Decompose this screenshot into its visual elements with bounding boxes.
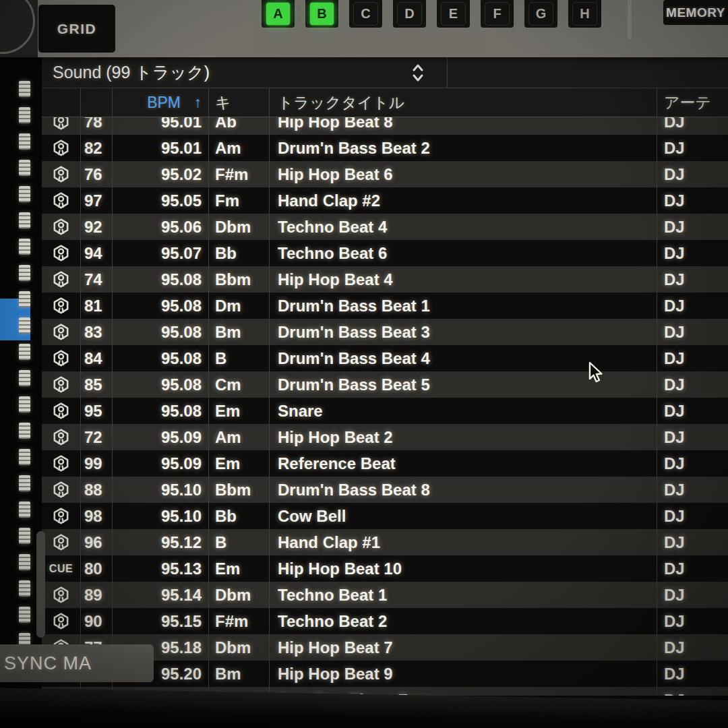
bank-letter: G (528, 2, 553, 26)
hot-cue-bank-button-h[interactable]: H (568, 0, 601, 28)
key-cell: Fm (209, 187, 270, 214)
deck-strip-marker (19, 528, 30, 544)
hot-cue-bank-button-e[interactable]: E (437, 0, 470, 28)
table-row[interactable]: 7495.08BbmHip Hop Beat 4DJ (42, 266, 728, 293)
hot-cue-bank-button-d[interactable]: D (393, 0, 426, 28)
table-row[interactable]: 9495.07BbTechno Beat 6DJ (42, 240, 728, 266)
table-row[interactable]: 9595.08EmSnareDJ (42, 398, 728, 424)
track-icon-cell (42, 503, 81, 529)
track-number-cell: 92 (81, 214, 113, 240)
bank-letter: H (572, 2, 597, 26)
key-cell: Bb (209, 240, 270, 266)
artist-cell: DJ (657, 240, 728, 266)
key-cell: Em (209, 450, 270, 477)
track-icon-cell (42, 319, 81, 345)
table-row[interactable]: 9095.15F#mTechno Beat 2DJ (42, 608, 728, 634)
rekordbox-track-icon (52, 218, 70, 236)
track-number-cell: 72 (81, 424, 113, 450)
track-icon-cell (42, 214, 81, 240)
rekordbox-track-icon (52, 375, 70, 394)
column-header-artist[interactable]: アーテ (657, 88, 728, 117)
table-row[interactable]: 8495.08BDrum'n Bass Beat 4DJ (42, 345, 728, 371)
artist-cell: DJ (657, 398, 728, 424)
title-cell: Hand Clap #1 (270, 529, 657, 555)
track-number-cell: 90 (81, 608, 113, 634)
track-icon-cell (42, 187, 81, 214)
title-cell: Techno Beat 6 (270, 240, 657, 266)
rekordbox-track-icon (52, 139, 70, 157)
table-row[interactable]: 9995.09EmReference BeatDJ (42, 450, 728, 477)
table-row[interactable]: CUE8095.13EmHip Hop Beat 10DJ (42, 555, 728, 582)
title-cell: Techno Beat 2 (270, 608, 657, 634)
memory-button[interactable]: MEMORY (663, 0, 728, 25)
title-cell: Hip Hop Beat 8 (270, 117, 657, 135)
cue-label: CUE (49, 563, 73, 575)
rekordbox-track-icon (52, 270, 70, 289)
title-cell: Drum'n Bass Beat 2 (270, 135, 657, 161)
track-icon-cell (42, 450, 81, 477)
hot-cue-bank-button-f[interactable]: F (481, 0, 514, 28)
column-header-key[interactable]: キ (209, 88, 270, 117)
rekordbox-track-icon (52, 117, 70, 131)
table-row[interactable]: 9895.10BbCow BellDJ (42, 503, 728, 529)
artist-cell: DJ (657, 634, 728, 661)
key-cell: Bbm (209, 477, 270, 503)
table-row[interactable]: 8395.08BmDrum'n Bass Beat 3DJ (42, 319, 728, 345)
column-header-number[interactable] (81, 88, 113, 117)
table-row[interactable]: 8295.01AmDrum'n Bass Beat 2DJ (42, 135, 728, 161)
track-icon-cell (42, 398, 81, 424)
rekordbox-track-icon (52, 454, 70, 473)
bpm-cell: 95.06 (113, 214, 209, 240)
hot-cue-bank-button-g[interactable]: G (524, 0, 557, 28)
rekordbox-track-icon (52, 349, 70, 367)
artist-cell: DJ (657, 477, 728, 503)
bank-letter: C (353, 2, 378, 26)
rekordbox-track-icon (52, 586, 70, 604)
deck-strip-marker (19, 396, 30, 413)
track-number-cell: 85 (81, 371, 113, 398)
key-cell: B (209, 529, 270, 555)
table-row[interactable]: 8895.10BbmDrum'n Bass Beat 8DJ (42, 477, 728, 503)
table-row[interactable]: 9795.05FmHand Clap #2DJ (42, 187, 728, 214)
track-icon-cell (42, 240, 81, 266)
sync-master-button[interactable]: SYNC MA (0, 644, 154, 682)
track-number-cell: 83 (81, 319, 113, 345)
column-header-title[interactable]: トラックタイトル (270, 88, 657, 117)
deck-strip-marker (19, 291, 30, 307)
track-number-cell: 80 (81, 555, 113, 582)
table-row[interactable]: 7295.09AmHip Hop Beat 2DJ (42, 424, 728, 450)
rekordbox-track-icon (52, 244, 70, 262)
key-cell: Bbm (209, 266, 270, 293)
screen-area: SYNC MA Sound (99 トラック) BPM ↑ (0, 57, 728, 728)
table-row[interactable]: 8595.08CmDrum'n Bass Beat 5DJ (42, 371, 728, 398)
table-row[interactable]: 7895.01AbHip Hop Beat 8DJ (42, 117, 728, 135)
table-row[interactable]: 9695.12BHand Clap #1DJ (42, 529, 728, 555)
hot-cue-bank-button-b[interactable]: B (305, 0, 338, 28)
rekordbox-track-icon (52, 297, 70, 315)
bpm-cell: 95.09 (113, 450, 209, 477)
column-header-bpm[interactable]: BPM ↑ (113, 88, 209, 117)
playlist-selector[interactable]: Sound (99 トラック) (42, 57, 728, 88)
key-cell: B (209, 345, 270, 371)
key-cell: Dm (209, 293, 270, 319)
bpm-cell: 95.10 (113, 503, 209, 529)
bpm-cell: 95.08 (113, 398, 209, 424)
deck-strip-marker (19, 81, 30, 97)
deck-strip-marker (19, 580, 30, 597)
grid-button[interactable]: GRID (38, 5, 115, 53)
table-row[interactable]: 9295.06DbmTechno Beat 4DJ (42, 214, 728, 240)
track-number-cell: 89 (81, 582, 113, 608)
hot-cue-bank-button-a[interactable]: A (262, 0, 295, 28)
table-row[interactable]: 8195.08DmDrum'n Bass Beat 1DJ (42, 293, 728, 319)
hot-cue-bank-button-c[interactable]: C (349, 0, 382, 28)
artist-cell: DJ (657, 687, 728, 696)
scrollbar-thumb[interactable] (36, 531, 45, 638)
cdj-screen-photo: GRID ABCDEFGH MEMORY SYNC MA Sound (99 ト… (0, 0, 728, 728)
title-cell: Hip Hop Beat 6 (270, 161, 657, 187)
table-row[interactable]: 8995.14DbmTechno Beat 1DJ (42, 582, 728, 608)
track-number-cell: 96 (81, 529, 113, 555)
artist-cell: DJ (657, 424, 728, 450)
title-cell: Hip Hop Beat 9 (270, 661, 657, 687)
table-row[interactable]: 7695.02F#mHip Hop Beat 6DJ (42, 161, 728, 187)
hot-cue-bank-buttons: ABCDEFGH (262, 0, 601, 28)
